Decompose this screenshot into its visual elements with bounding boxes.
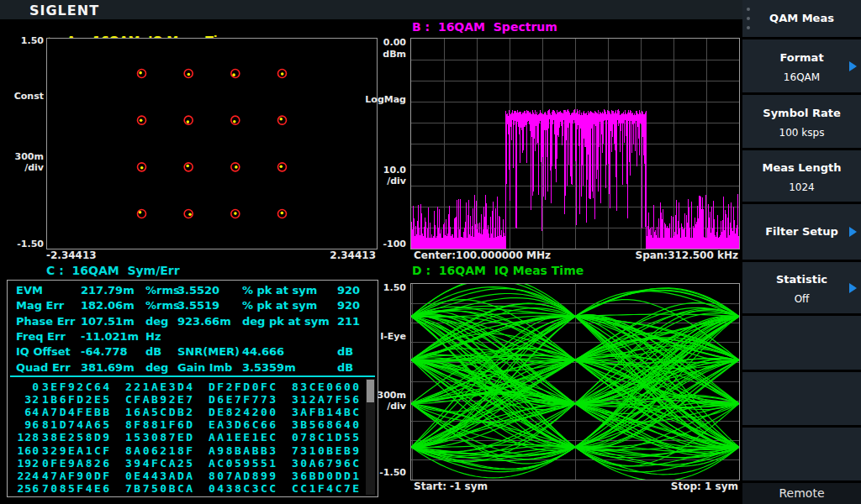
softkey-label: QAM Meas bbox=[742, 12, 861, 24]
hex-group: 078C1D55 bbox=[292, 431, 372, 444]
panel-b-trace-label: LogMag bbox=[356, 94, 406, 105]
softkey-statistic[interactable]: StatisticOff bbox=[742, 262, 861, 313]
err-cell: SNR(MER) bbox=[177, 345, 240, 358]
err-row: Quad Err381.69mdegGain Imb3.5359mdB bbox=[8, 361, 378, 376]
hex-group: 7085F4E6 bbox=[42, 482, 123, 495]
err-cell: Gain Imb bbox=[177, 361, 232, 374]
softkey-filter-setup[interactable]: Filter Setup bbox=[742, 204, 861, 260]
softkey-meas-length[interactable]: Meas Length1024 bbox=[742, 150, 861, 202]
panel-a-ybottom-label: -1.50 bbox=[0, 239, 44, 249]
hex-row-index: 160 bbox=[8, 444, 40, 457]
panel-b-span: Span:312.500 kHz bbox=[570, 249, 738, 261]
err-cell: Phase Err bbox=[16, 315, 75, 328]
softkey-empty-7[interactable] bbox=[742, 372, 861, 425]
panel-d-ytop-label: 1.50 bbox=[356, 282, 406, 293]
err-row: Freq Err-11.021mHz bbox=[8, 330, 378, 345]
panel-b-header: B : 16QAM Spectrum bbox=[412, 20, 557, 35]
hex-row-index: 0 bbox=[8, 381, 40, 393]
hex-row: 160329EA1CF8A06218FA98BABB37310BEB9 bbox=[8, 444, 372, 457]
softkey-value: 16QAM bbox=[742, 71, 861, 83]
hex-group: 0E443ADA bbox=[125, 470, 206, 482]
submenu-arrow-icon bbox=[849, 283, 857, 293]
softkey-format[interactable]: Format16QAM bbox=[742, 39, 861, 92]
submenu-arrow-icon bbox=[849, 227, 857, 237]
hex-group: 221AE3D4 bbox=[125, 381, 206, 393]
panel-c-header: C : 16QAM Sym/Err bbox=[46, 264, 180, 279]
softkey-value: Off bbox=[742, 293, 861, 305]
hex-group: 47AF90DF bbox=[42, 470, 123, 482]
hex-row-index: 256 bbox=[8, 482, 40, 495]
err-cell: % pk at sym bbox=[242, 284, 317, 297]
sym-err-panel: EVM217.79m%rms3.5520% pk at sym920Mag Er… bbox=[7, 280, 378, 497]
hex-group: AC059551 bbox=[209, 457, 289, 470]
err-cell: dB bbox=[145, 345, 161, 358]
hex-row-index: 192 bbox=[8, 457, 40, 470]
softkey-empty-8[interactable] bbox=[742, 428, 861, 480]
hex-group: CC1F4C7E bbox=[292, 482, 372, 495]
softkey-qam-meas[interactable]: QAM Meas bbox=[742, 0, 861, 37]
hex-row-index: 32 bbox=[8, 393, 40, 406]
hex-group: 0438C3CC bbox=[209, 482, 289, 495]
panel-d-header: D : 16QAM IQ Meas Time bbox=[412, 264, 584, 279]
softkey-value: 1024 bbox=[742, 181, 861, 193]
panel-b-scale-value: 10.0 bbox=[356, 165, 406, 176]
err-cell: deg bbox=[145, 315, 168, 328]
softkey-label: Format bbox=[742, 51, 861, 64]
table-divider bbox=[10, 375, 375, 377]
hex-group: 38E258D9 bbox=[42, 431, 123, 444]
hex-group: A98BABB3 bbox=[209, 444, 289, 457]
hex-group: 0FE9A826 bbox=[42, 457, 123, 470]
hex-group: 1B6FD2E5 bbox=[42, 393, 123, 406]
hex-group: 153087ED bbox=[125, 431, 206, 444]
hex-group: DF2FD0FC bbox=[209, 381, 289, 393]
err-cell: -64.778 bbox=[81, 345, 128, 358]
hex-group: 8F881F6D bbox=[125, 418, 206, 431]
analyzer-screen: SIGLENT >A : 16QAM IQ Meas Time 1.50 Con… bbox=[0, 0, 861, 504]
hex-group: DE824200 bbox=[209, 406, 289, 418]
panel-a-scale-value: 300m bbox=[0, 151, 44, 162]
hex-group: AA1EE1EC bbox=[209, 431, 289, 444]
panel-a-header: >A : 16QAM IQ Meas Time bbox=[31, 20, 238, 35]
softkey-symbol-rate[interactable]: Symbol Rate100 ksps bbox=[742, 95, 861, 148]
hex-group: 81D74A65 bbox=[42, 418, 123, 431]
remote-status-button[interactable]: Remote bbox=[742, 483, 861, 504]
err-cell: 211 bbox=[337, 315, 360, 328]
err-cell: 3.5520 bbox=[177, 284, 219, 297]
panel-b-ybottom-label: -100 bbox=[356, 239, 406, 249]
eye-diagram-plot bbox=[410, 283, 740, 480]
softkey-label: Meas Length bbox=[742, 161, 861, 174]
panel-b-ref-level: 0.00 bbox=[356, 37, 406, 48]
err-cell: 3.5359m bbox=[242, 361, 296, 374]
err-cell: deg bbox=[145, 361, 168, 374]
submenu-arrow-icon bbox=[849, 61, 857, 71]
softkey-label: Filter Setup bbox=[742, 225, 861, 238]
panel-b-center-freq: Center:100.000000 MHz bbox=[414, 249, 551, 261]
hex-row: 12838E258D9153087EDAA1EE1EC078C1D55 bbox=[8, 431, 372, 444]
err-cell: Hz bbox=[145, 330, 161, 343]
hex-row: 2567085F4E67B750BCA0438C3CCCC1F4C7E bbox=[8, 482, 372, 495]
hex-group: 7310BEB9 bbox=[292, 444, 372, 457]
panel-d-start-label: Start: -1 sym bbox=[414, 480, 488, 492]
spectrum-plot bbox=[410, 38, 740, 249]
err-cell: 920 bbox=[337, 299, 360, 312]
err-cell: 44.666 bbox=[242, 345, 284, 358]
top-bar: SIGLENT bbox=[0, 0, 742, 19]
hex-group: D6E7F773 bbox=[209, 393, 289, 406]
panel-d-stop-label: Stop: 1 sym bbox=[570, 480, 738, 492]
err-cell: 3.5519 bbox=[177, 299, 219, 312]
err-cell: dB bbox=[337, 345, 353, 358]
hex-row: 9681D74A658F881F6DEA3D6C663B568640 bbox=[8, 418, 372, 431]
softkey-empty-6[interactable] bbox=[742, 316, 861, 370]
hex-group: 807AD899 bbox=[209, 470, 289, 482]
err-row: EVM217.79m%rms3.5520% pk at sym920 bbox=[8, 284, 378, 299]
err-cell: 923.66m bbox=[177, 315, 231, 328]
err-cell: dB bbox=[337, 361, 353, 374]
err-cell: Freq Err bbox=[16, 330, 66, 343]
hex-row: 03EF92C64221AE3D4DF2FD0FC83CE0600 bbox=[8, 381, 372, 393]
err-row: IQ Offset-64.778dBSNR(MER)44.666dB bbox=[8, 345, 378, 360]
hex-row-index: 224 bbox=[8, 470, 40, 482]
panel-a-xmin-label: -2.34413 bbox=[46, 249, 97, 261]
err-cell: deg pk at sym bbox=[242, 315, 330, 328]
hex-group: 329EA1CF bbox=[42, 444, 123, 457]
panel-a-ytop-label: 1.50 bbox=[0, 35, 44, 46]
